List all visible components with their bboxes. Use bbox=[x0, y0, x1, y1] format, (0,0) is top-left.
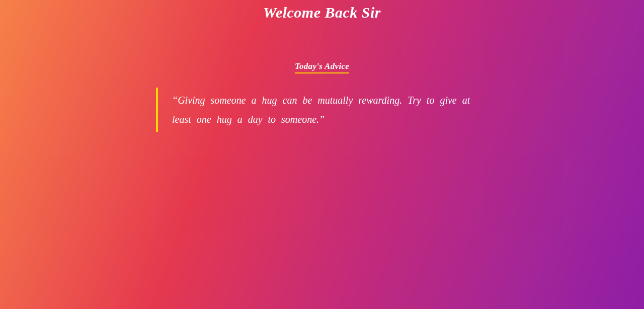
advice-quote-block: Giving someone a hug can be mutually rew… bbox=[156, 88, 488, 132]
page-title: Welcome Back Sir bbox=[0, 0, 644, 21]
advice-quote-text: Giving someone a hug can be mutually rew… bbox=[172, 95, 470, 125]
advice-section: Today's Advice Giving someone a hug can … bbox=[0, 61, 644, 132]
advice-heading: Today's Advice bbox=[295, 61, 349, 73]
